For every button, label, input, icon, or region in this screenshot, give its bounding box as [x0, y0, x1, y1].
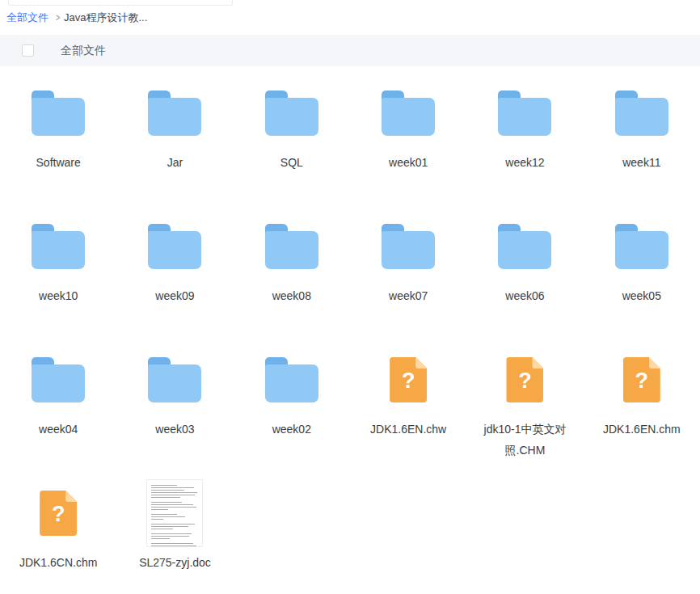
file-item-label: week01 [389, 152, 428, 173]
file-item-icon-wrap [584, 224, 700, 269]
folder-icon [32, 91, 85, 136]
file-item-icon-wrap: ? [584, 357, 700, 402]
file-item-label: jdk10-1中英文对照.CHM [481, 419, 568, 461]
unknown-file-icon: ? [506, 357, 543, 402]
file-item-label: Jar [167, 152, 183, 173]
folder-item[interactable]: Jar [116, 77, 233, 210]
question-mark-glyph: ? [518, 370, 532, 392]
question-mark-glyph: ? [635, 370, 649, 392]
breadcrumb-all-files-link[interactable]: 全部文件 [6, 11, 48, 25]
file-item-icon-wrap [0, 357, 116, 402]
folder-icon [615, 91, 668, 136]
file-item-icon-wrap: ? [0, 491, 116, 536]
file-item-icon-wrap [116, 491, 233, 536]
file-item-label: week09 [155, 285, 194, 306]
folder-icon [382, 224, 435, 269]
file-item-label: week02 [272, 419, 311, 440]
folder-icon [148, 224, 201, 269]
file-item[interactable]: ? JDK1.6EN.chw [350, 343, 466, 477]
unknown-file-icon: ? [390, 357, 427, 402]
file-grid: Software Jar SQL week01 [0, 77, 700, 594]
breadcrumb: 全部文件 > Java程序设计教... [6, 11, 147, 25]
folder-item[interactable]: Software [0, 77, 116, 210]
file-item-label: SQL [280, 152, 303, 173]
unknown-file-icon: ? [40, 491, 77, 536]
file-item[interactable]: ? JDK1.6CN.chm [0, 477, 116, 594]
folder-icon [32, 357, 85, 402]
question-mark-glyph: ? [52, 503, 65, 525]
breadcrumb-separator-icon: > [56, 11, 60, 25]
partial-cutoff-element [8, 0, 233, 6]
file-item-icon-wrap: ? [350, 357, 466, 402]
file-item-icon-wrap: ? [466, 357, 583, 402]
folder-icon [148, 357, 201, 402]
file-item-icon-wrap [350, 224, 466, 269]
question-mark-glyph: ? [402, 370, 415, 392]
file-item-label: week10 [39, 285, 78, 306]
folder-item[interactable]: week02 [234, 343, 350, 477]
file-item-label: week11 [622, 152, 660, 173]
file-item-icon-wrap [350, 91, 466, 136]
folder-item[interactable]: week04 [0, 343, 116, 477]
folder-item[interactable]: week05 [584, 210, 700, 343]
file-manager-page: 全部文件 > Java程序设计教... 全部文件 Software Jar [0, 0, 700, 594]
select-all-label: 全部文件 [61, 44, 106, 58]
file-item-icon-wrap [466, 224, 583, 269]
folder-icon [265, 224, 318, 269]
doc-preview-thumbnail [146, 479, 203, 547]
folder-icon [498, 91, 551, 136]
file-item-label: JDK1.6EN.chw [370, 419, 446, 440]
unknown-file-icon: ? [623, 357, 660, 402]
folder-item[interactable]: week11 [584, 77, 700, 210]
folder-item[interactable]: week07 [350, 210, 466, 343]
folder-item[interactable]: SQL [234, 77, 350, 210]
file-item-icon-wrap [116, 91, 233, 136]
file-item-icon-wrap [116, 357, 233, 402]
folder-icon [265, 357, 318, 402]
folder-item[interactable]: week09 [116, 210, 233, 343]
file-item-label: week08 [272, 285, 311, 306]
folder-item[interactable]: week08 [234, 210, 350, 343]
folder-item[interactable]: week12 [466, 77, 583, 210]
file-item-icon-wrap [234, 91, 350, 136]
file-item-icon-wrap [584, 91, 700, 136]
file-item-icon-wrap [466, 91, 583, 136]
file-item[interactable]: SL275-zyj.doc [116, 477, 233, 594]
folder-item[interactable]: week06 [466, 210, 583, 343]
file-item[interactable]: ? jdk10-1中英文对照.CHM [466, 343, 583, 477]
file-item-label: week05 [622, 285, 661, 306]
file-item-icon-wrap [0, 91, 116, 136]
folder-icon [382, 91, 435, 136]
select-all-checkbox[interactable] [22, 44, 34, 57]
folder-icon [498, 224, 551, 269]
file-item-icon-wrap [116, 224, 233, 269]
file-item-icon-wrap [0, 224, 116, 269]
file-item[interactable]: ? JDK1.6EN.chm [584, 343, 700, 477]
folder-item[interactable]: week10 [0, 210, 116, 343]
file-item-label: JDK1.6EN.chm [603, 419, 681, 440]
file-item-label: Software [36, 152, 81, 173]
file-item-label: SL275-zyj.doc [139, 552, 211, 573]
select-all-bar: 全部文件 [0, 35, 700, 66]
file-item-label: week06 [505, 285, 544, 306]
breadcrumb-current-folder: Java程序设计教... [64, 11, 147, 25]
file-item-icon-wrap [234, 224, 350, 269]
file-item-label: week04 [39, 419, 78, 440]
folder-icon [615, 224, 668, 269]
folder-icon [148, 91, 201, 136]
file-item-icon-wrap [234, 357, 350, 402]
folder-icon [32, 224, 85, 269]
file-item-label: JDK1.6CN.chm [19, 552, 97, 573]
folder-item[interactable]: week01 [350, 77, 466, 210]
folder-icon [265, 91, 318, 136]
file-item-label: week03 [155, 419, 194, 440]
folder-item[interactable]: week03 [116, 343, 233, 477]
file-item-label: week07 [389, 285, 428, 306]
file-item-label: week12 [505, 152, 544, 173]
